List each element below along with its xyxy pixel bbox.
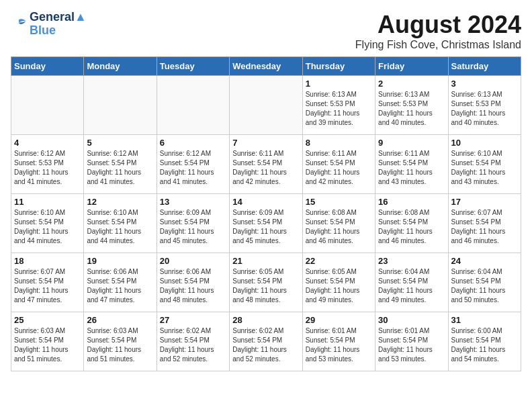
day-number: 1 <box>306 79 372 89</box>
day-info: Sunrise: 6:13 AMSunset: 5:53 PMDaylight:… <box>378 90 445 128</box>
day-info: Sunrise: 6:09 AMSunset: 5:54 PMDaylight:… <box>160 208 226 246</box>
calendar-cell: 16Sunrise: 6:08 AMSunset: 5:54 PMDayligh… <box>375 194 448 253</box>
calendar-cell: 25Sunrise: 6:03 AMSunset: 5:54 PMDayligh… <box>11 312 84 371</box>
col-header-friday: Friday <box>375 57 448 76</box>
day-number: 10 <box>451 138 518 148</box>
calendar-cell: 30Sunrise: 6:01 AMSunset: 5:54 PMDayligh… <box>375 312 448 371</box>
calendar-week-row: 18Sunrise: 6:07 AMSunset: 5:54 PMDayligh… <box>11 253 521 312</box>
calendar-cell: 12Sunrise: 6:10 AMSunset: 5:54 PMDayligh… <box>84 194 157 253</box>
day-number: 30 <box>378 315 445 325</box>
calendar-cell: 23Sunrise: 6:04 AMSunset: 5:54 PMDayligh… <box>375 253 448 312</box>
day-info: Sunrise: 6:07 AMSunset: 5:54 PMDaylight:… <box>14 267 81 305</box>
day-number: 16 <box>378 197 445 207</box>
day-number: 19 <box>87 256 153 266</box>
day-number: 5 <box>87 138 153 148</box>
day-info: Sunrise: 6:05 AMSunset: 5:54 PMDaylight:… <box>306 267 372 305</box>
calendar: SundayMondayTuesdayWednesdayThursdayFrid… <box>11 56 521 371</box>
day-info: Sunrise: 6:12 AMSunset: 5:54 PMDaylight:… <box>87 149 153 187</box>
day-info: Sunrise: 6:02 AMSunset: 5:54 PMDaylight:… <box>232 326 299 364</box>
day-info: Sunrise: 6:11 AMSunset: 5:54 PMDaylight:… <box>306 149 372 187</box>
calendar-cell: 22Sunrise: 6:05 AMSunset: 5:54 PMDayligh… <box>302 253 375 312</box>
day-number: 14 <box>232 197 299 207</box>
calendar-cell: 8Sunrise: 6:11 AMSunset: 5:54 PMDaylight… <box>302 135 375 194</box>
day-number: 2 <box>378 79 445 89</box>
day-number: 7 <box>232 138 299 148</box>
calendar-cell <box>230 76 302 135</box>
day-number: 31 <box>451 315 518 325</box>
col-header-thursday: Thursday <box>302 57 375 76</box>
calendar-cell: 13Sunrise: 6:09 AMSunset: 5:54 PMDayligh… <box>157 194 229 253</box>
calendar-cell: 6Sunrise: 6:12 AMSunset: 5:54 PMDaylight… <box>157 135 229 194</box>
day-number: 9 <box>378 138 445 148</box>
calendar-cell: 31Sunrise: 6:00 AMSunset: 5:54 PMDayligh… <box>448 312 521 371</box>
day-number: 4 <box>14 138 81 148</box>
calendar-cell: 28Sunrise: 6:02 AMSunset: 5:54 PMDayligh… <box>230 312 302 371</box>
calendar-cell: 18Sunrise: 6:07 AMSunset: 5:54 PMDayligh… <box>11 253 84 312</box>
day-number: 17 <box>451 197 518 207</box>
calendar-cell: 24Sunrise: 6:04 AMSunset: 5:54 PMDayligh… <box>448 253 521 312</box>
calendar-week-row: 1Sunrise: 6:13 AMSunset: 5:53 PMDaylight… <box>11 76 521 135</box>
day-number: 26 <box>87 315 153 325</box>
day-number: 27 <box>160 315 226 325</box>
col-header-tuesday: Tuesday <box>157 57 229 76</box>
day-number: 3 <box>451 79 518 89</box>
calendar-cell: 29Sunrise: 6:01 AMSunset: 5:54 PMDayligh… <box>302 312 375 371</box>
logo-bird-icon <box>11 17 27 31</box>
calendar-cell: 9Sunrise: 6:11 AMSunset: 5:54 PMDaylight… <box>375 135 448 194</box>
calendar-cell: 7Sunrise: 6:11 AMSunset: 5:54 PMDaylight… <box>230 135 302 194</box>
calendar-week-row: 25Sunrise: 6:03 AMSunset: 5:54 PMDayligh… <box>11 312 521 371</box>
calendar-cell: 14Sunrise: 6:09 AMSunset: 5:54 PMDayligh… <box>230 194 302 253</box>
calendar-cell: 2Sunrise: 6:13 AMSunset: 5:53 PMDaylight… <box>375 76 448 135</box>
day-number: 29 <box>306 315 372 325</box>
calendar-cell: 5Sunrise: 6:12 AMSunset: 5:54 PMDaylight… <box>84 135 157 194</box>
month-year: August 2024 <box>355 11 521 39</box>
day-info: Sunrise: 6:04 AMSunset: 5:54 PMDaylight:… <box>378 267 445 305</box>
day-info: Sunrise: 6:08 AMSunset: 5:54 PMDaylight:… <box>378 208 445 246</box>
calendar-cell: 19Sunrise: 6:06 AMSunset: 5:54 PMDayligh… <box>84 253 157 312</box>
day-info: Sunrise: 6:08 AMSunset: 5:54 PMDaylight:… <box>306 208 372 246</box>
day-info: Sunrise: 6:01 AMSunset: 5:54 PMDaylight:… <box>306 326 372 364</box>
calendar-cell: 17Sunrise: 6:07 AMSunset: 5:54 PMDayligh… <box>448 194 521 253</box>
day-number: 11 <box>14 197 81 207</box>
logo-text: General▲ Blue <box>30 11 87 38</box>
day-info: Sunrise: 6:03 AMSunset: 5:54 PMDaylight:… <box>14 326 81 364</box>
day-info: Sunrise: 6:11 AMSunset: 5:54 PMDaylight:… <box>232 149 299 187</box>
calendar-cell: 15Sunrise: 6:08 AMSunset: 5:54 PMDayligh… <box>302 194 375 253</box>
calendar-cell: 26Sunrise: 6:03 AMSunset: 5:54 PMDayligh… <box>84 312 157 371</box>
day-number: 15 <box>306 197 372 207</box>
day-info: Sunrise: 6:10 AMSunset: 5:54 PMDaylight:… <box>451 149 518 187</box>
day-number: 13 <box>160 197 226 207</box>
calendar-cell: 10Sunrise: 6:10 AMSunset: 5:54 PMDayligh… <box>448 135 521 194</box>
col-header-monday: Monday <box>84 57 157 76</box>
day-info: Sunrise: 6:12 AMSunset: 5:54 PMDaylight:… <box>160 149 226 187</box>
day-info: Sunrise: 6:02 AMSunset: 5:54 PMDaylight:… <box>160 326 226 364</box>
calendar-cell: 11Sunrise: 6:10 AMSunset: 5:54 PMDayligh… <box>11 194 84 253</box>
day-info: Sunrise: 6:06 AMSunset: 5:54 PMDaylight:… <box>87 267 153 305</box>
day-info: Sunrise: 6:00 AMSunset: 5:54 PMDaylight:… <box>451 326 518 364</box>
day-number: 28 <box>232 315 299 325</box>
day-number: 25 <box>14 315 81 325</box>
day-number: 12 <box>87 197 153 207</box>
calendar-week-row: 11Sunrise: 6:10 AMSunset: 5:54 PMDayligh… <box>11 194 521 253</box>
day-info: Sunrise: 6:13 AMSunset: 5:53 PMDaylight:… <box>451 90 518 128</box>
calendar-cell <box>84 76 157 135</box>
day-number: 20 <box>160 256 226 266</box>
calendar-cell: 3Sunrise: 6:13 AMSunset: 5:53 PMDaylight… <box>448 76 521 135</box>
day-number: 8 <box>306 138 372 148</box>
day-info: Sunrise: 6:12 AMSunset: 5:53 PMDaylight:… <box>14 149 81 187</box>
calendar-cell <box>11 76 84 135</box>
col-header-sunday: Sunday <box>11 57 84 76</box>
day-info: Sunrise: 6:13 AMSunset: 5:53 PMDaylight:… <box>306 90 372 128</box>
day-number: 6 <box>160 138 226 148</box>
day-number: 18 <box>14 256 81 266</box>
col-header-saturday: Saturday <box>448 57 521 76</box>
logo: General▲ Blue <box>11 11 87 38</box>
calendar-cell <box>157 76 229 135</box>
day-info: Sunrise: 6:06 AMSunset: 5:54 PMDaylight:… <box>160 267 226 305</box>
day-info: Sunrise: 6:10 AMSunset: 5:54 PMDaylight:… <box>87 208 153 246</box>
calendar-cell: 1Sunrise: 6:13 AMSunset: 5:53 PMDaylight… <box>302 76 375 135</box>
day-number: 23 <box>378 256 445 266</box>
calendar-cell: 21Sunrise: 6:05 AMSunset: 5:54 PMDayligh… <box>230 253 302 312</box>
day-number: 21 <box>232 256 299 266</box>
day-info: Sunrise: 6:07 AMSunset: 5:54 PMDaylight:… <box>451 208 518 246</box>
